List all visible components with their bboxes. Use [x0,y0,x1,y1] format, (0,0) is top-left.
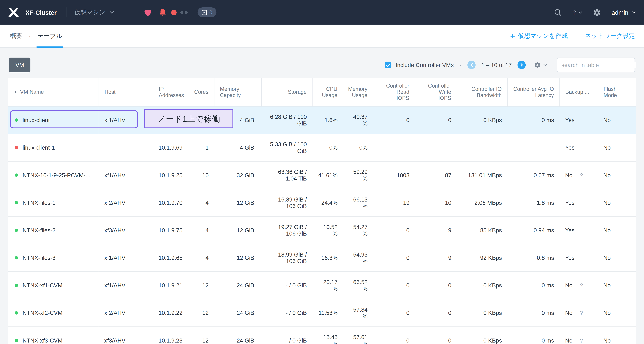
vm-status-dot-green [15,228,18,232]
col-header-vm-name[interactable]: ▲VM Name [8,78,98,106]
host-cell: xf3/AHV [98,326,153,344]
col-header-controller-write-iops[interactable]: Controller Write IOPS [415,78,456,106]
backup-help-icon[interactable]: ? [580,172,583,178]
task-count: 0 [210,9,212,16]
pagination-prev-button[interactable] [467,61,476,69]
vm-table-container: ▲VM NameHostIP AddressesCoresMemory Capa… [8,78,636,344]
vm-row[interactable]: NTNX-xf3-CVMxf3/AHV10.1.9.231224 GiB- / … [8,326,636,344]
cluster-name: XF-Cluster [26,9,56,16]
cores-cell: 10 [189,161,214,189]
vm-row[interactable]: NTNX-xf1-CVMxf1/AHV10.1.9.211224 GiB- / … [8,271,636,299]
col-header-controller-io-bandwidth[interactable]: Controller IO Bandwidth [457,78,507,106]
memory-cell: 12 GiB [214,216,261,244]
health-heart-icon[interactable] [143,8,152,17]
backup-cell: Yes [560,134,598,161]
user-menu[interactable]: admin [612,9,636,16]
host-cell: xf1/AHV [98,161,153,189]
create-vm-link[interactable]: 仮想マシンを作成 [510,32,568,40]
vm-row[interactable]: NTNX-10-1-9-25-PCVM-...xf1/AHV10.1.9.251… [8,161,636,189]
ip-cell: 10.1.9.65 [153,244,189,271]
col-header-cpu-usage[interactable]: CPU Usage [312,78,343,106]
backup-help-icon[interactable]: ? [580,282,583,288]
mem-usage-cell: 54.93 % [343,244,373,271]
col-header-controller-read-iops[interactable]: Controller Read IOPS [373,78,415,106]
ip-cell: 10.1.9.23 [153,326,189,344]
network-config-link[interactable]: ネットワーク設定 [585,32,635,40]
tab-overview[interactable]: 概要 [9,25,23,48]
help-label: ? [572,9,576,16]
entity-type-dropdown[interactable]: 仮想マシン [74,9,124,16]
bandwidth-cell: 92 KBps [457,244,507,271]
vm-row[interactable]: linux-client-110.1.9.6914 GiB5.33 GiB / … [8,134,636,161]
col-header-flash-mode[interactable]: Flash Mode [598,78,636,106]
vm-row[interactable]: NTNX-xf2-CVMxf2/AHV10.1.9.221224 GiB- / … [8,299,636,326]
write-iops-cell: 0 [415,271,456,299]
vm-type-button[interactable]: VM [9,58,30,72]
ip-cell: 10.1.9.69 [153,134,189,161]
col-header-cores[interactable]: Cores [189,78,214,106]
vm-row[interactable]: NTNX-files-3xf1/AHV10.1.9.65412 GiB18.99… [8,244,636,271]
action-links: 仮想マシンを作成 ネットワーク設定 [510,32,635,40]
col-header-controller-avg-io-latency[interactable]: Controller Avg IO Latency [507,78,560,106]
mem-usage-cell: 0% [343,134,373,161]
pagination-next-button[interactable] [518,61,526,69]
vm-name: NTNX-files-1 [22,199,56,206]
global-search-icon[interactable] [554,9,562,16]
backup-help-icon[interactable]: ? [580,310,583,316]
read-iops-cell: - [373,134,415,161]
tab-table[interactable]: テーブル [36,25,63,48]
read-iops-cell: 0 [373,271,415,299]
backup-cell: Yes [560,189,598,216]
vm-row[interactable]: NTNX-files-1xf2/AHV10.1.9.70412 GiB16.39… [8,189,636,216]
write-iops-cell: 0 [415,299,456,326]
storage-cell: - / 0 GiB [261,299,312,326]
backup-cell: No? [560,271,598,299]
col-header-memory-usage[interactable]: Memory Usage [343,78,373,106]
settings-gear-icon[interactable] [593,9,601,16]
col-header-backup[interactable]: Backup ... [560,78,598,106]
mem-usage-cell: 57.61 % [343,326,373,344]
info-alert-dot[interactable] [185,11,188,14]
col-header-ip-addresses[interactable]: IP Addresses [153,78,189,106]
table-toolbar: VM Include Controller VMs · 1 – 10 of 17 [9,58,635,72]
vm-status-dot-green [15,173,18,177]
memory-cell: 24 GiB [214,299,261,326]
alerts-bell-icon[interactable] [159,8,166,17]
storage-cell: 18.99 GiB / 106 GiB [261,244,312,271]
ip-cell: 10.1.9.25 [153,161,189,189]
latency-cell: 0.8 ms [507,244,560,271]
backup-help-icon[interactable]: ? [580,337,583,343]
read-iops-cell: 0 [373,216,415,244]
warning-alert-dot[interactable] [180,11,183,14]
vm-row[interactable]: linux-clientxf1/AHV4 GiB6.28 GiB / 100 G… [8,106,636,134]
table-settings-dropdown[interactable] [534,61,547,68]
vm-status-dot-green [15,256,18,259]
help-menu[interactable]: ? [572,9,582,16]
critical-alert-dot[interactable] [171,10,176,15]
cpu-cell: 41.61% [312,161,343,189]
nutanix-x-logo[interactable] [8,8,19,17]
chevron-down-icon [632,11,636,14]
host-cell: xf1/AHV [98,244,153,271]
read-iops-cell: 19 [373,189,415,216]
flash-mode-cell: No [598,271,636,299]
storage-cell: - / 0 GiB [261,326,312,344]
include-cvm-checkbox[interactable] [385,62,392,68]
col-header-host[interactable]: Host [98,78,153,106]
health-alert-icons [143,8,189,17]
flash-mode-cell: No [598,299,636,326]
mem-usage-cell: 66.52 % [343,271,373,299]
top-nav-bar: XF-Cluster 仮想マシン 0 ? [0,0,644,25]
col-header-storage[interactable]: Storage [261,78,312,106]
table-search-input[interactable] [562,62,636,68]
vm-status-dot-green [15,311,18,314]
col-header-memory-capacity[interactable]: Memory Capacity [214,78,261,106]
vm-name: NTNX-xf3-CVM [22,337,62,343]
tasks-badge[interactable]: 0 [198,8,216,17]
mem-usage-cell: 59.29 % [343,161,373,189]
memory-cell: 12 GiB [214,244,261,271]
flash-mode-cell: No [598,244,636,271]
vm-row[interactable]: NTNX-files-2xf3/AHV10.1.9.75412 GiB19.27… [8,216,636,244]
cpu-cell: 11.53% [312,299,343,326]
ip-cell: 10.1.9.75 [153,216,189,244]
